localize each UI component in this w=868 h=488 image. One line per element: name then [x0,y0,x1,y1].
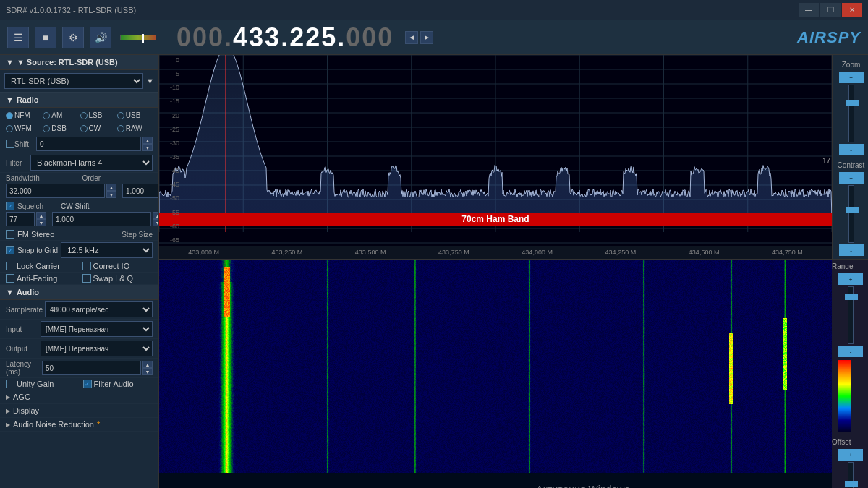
shift-down[interactable]: ▼ [142,144,153,151]
source-select[interactable]: RTL-SDR (USB) [4,73,143,89]
noise-expand-icon[interactable]: ▶ [6,421,10,428]
samplerate-select[interactable]: 48000 sample/sec [45,301,153,317]
cw-up[interactable]: ▲ [153,212,159,219]
cw-down[interactable]: ▼ [153,219,159,226]
lock-carrier-label: Lock Carrier [17,262,60,270]
bandwidth-up[interactable]: ▲ [106,184,116,191]
filter-label: Filter [6,159,27,167]
input-select[interactable]: [MME] Переназнач [41,321,153,337]
display-row[interactable]: ▶ Display [0,404,158,418]
filter-select[interactable]: Blackman-Harris 4 [30,155,153,171]
shift-up[interactable]: ▲ [142,137,153,144]
volume-control [120,35,156,40]
cw-label: CW [89,124,101,132]
freq-433000: 433,000 M [162,249,245,256]
radio-section-header[interactable]: ▼ Radio [0,93,158,108]
output-select[interactable]: [MME] Переназнач [41,341,153,356]
anti-fading-checkbox[interactable] [6,274,14,283]
mode-am[interactable]: AM [43,111,78,119]
bandwidth-down[interactable]: ▼ [106,191,116,198]
contrast-up-button[interactable]: + [839,172,864,184]
contrast-slider: + - [839,172,864,256]
mode-raw[interactable]: RAW [117,124,153,132]
antifade-swap-row: Anti-Fading Swap I & Q [0,273,158,285]
shift-spinner: ▲ ▼ [142,137,153,151]
shift-input[interactable] [36,137,141,151]
contrast-track[interactable] [848,185,854,243]
contrast-thumb[interactable] [846,207,859,213]
freq-down-button[interactable]: ◄ [405,31,418,44]
range-track[interactable] [848,286,854,344]
zoom-up-button[interactable]: + [839,72,864,83]
bandwidth-spinner: ▲ ▼ [106,184,116,198]
filter-audio-checkbox[interactable]: ✓ [83,380,92,388]
swap-iq-label: Swap I & Q [93,274,134,283]
mode-dsb[interactable]: DSB [43,124,78,132]
range-thumb[interactable] [845,294,858,300]
source-section-header[interactable]: ▼ ▼ Source: RTL-SDR (USB) [0,55,158,70]
usb-label: USB [126,111,141,119]
zoom-thumb[interactable] [846,100,859,106]
freq-434000: 434,000 M [495,249,579,256]
swap-iq-checkbox[interactable] [82,274,91,283]
lock-carrier-checkbox[interactable] [6,262,14,270]
window-title: SDR# v1.0.0.1732 - RTL-SDR (USB) [6,6,799,14]
correct-iq-checkbox[interactable] [82,262,91,270]
unity-gain-label: Unity Gain [17,380,54,388]
agc-label: AGC [13,393,30,401]
order-input[interactable] [122,184,159,198]
step-size-label: Step Size [122,231,153,239]
right-area: 70cm Ham Band 0 -5 -10 -15 -20 -25 -30 -… [159,55,868,488]
latency-input[interactable] [42,361,141,375]
noise-reduction-row[interactable]: ▶ Audio Noise Reduction * [0,418,158,432]
filter-audio-label: Filter Audio [94,380,134,388]
bandwidth-header: Bandwidth [6,174,77,182]
squelch-down[interactable]: ▼ [36,219,46,226]
mode-nfm[interactable]: NFM [6,111,41,119]
audio-section-header[interactable]: ▼ Audio [0,285,158,300]
mode-wfm[interactable]: WFM [6,124,41,132]
offset-thumb[interactable] [845,481,858,487]
db-0: 0 [159,56,181,64]
mode-cw[interactable]: CW [80,124,116,132]
unity-gain-checkbox[interactable] [6,380,14,388]
display-expand-icon[interactable]: ▶ [6,408,10,414]
range-up-button[interactable]: + [838,273,863,285]
squelch-checkbox[interactable]: ✓ [6,202,14,210]
snap-checkbox[interactable]: ✓ [6,246,14,254]
minimize-button[interactable]: — [799,3,819,17]
offset-track[interactable] [848,462,854,488]
latency-down[interactable]: ▼ [142,368,153,375]
nfm-label: NFM [14,111,30,119]
offset-up-button[interactable]: + [838,449,863,461]
db-25: -25 [159,126,181,133]
latency-up[interactable]: ▲ [142,361,153,368]
contrast-down-button[interactable]: - [839,244,864,256]
audio-button[interactable]: 🔊 [90,27,111,48]
zoom-down-button[interactable]: - [839,144,864,155]
restore-button[interactable]: ❐ [820,3,841,17]
agc-expand-icon[interactable]: ▶ [6,394,10,401]
squelch-value-input[interactable] [6,212,35,226]
mode-usb[interactable]: USB [117,111,153,119]
stop-button[interactable]: ■ [35,27,56,48]
range-down-button[interactable]: - [838,346,863,357]
shift-checkbox[interactable] [6,140,14,148]
settings-button[interactable]: ⚙ [62,27,84,48]
agc-row[interactable]: ▶ AGC [0,390,158,404]
am-label: AM [51,111,62,119]
bandwidth-input[interactable] [6,184,105,198]
volume-bar[interactable] [120,35,156,40]
fm-step-row: FM Stereo Step Size [0,228,158,241]
menu-button[interactable]: ☰ [7,27,29,48]
freq-up-button[interactable]: ► [420,31,433,44]
close-button[interactable]: ✕ [842,3,862,17]
squelch-up[interactable]: ▲ [36,212,46,219]
snap-select[interactable]: 12.5 kHz [61,242,153,258]
zoom-track[interactable] [848,85,854,142]
range-label: Range [832,262,868,270]
cw-shift-input[interactable] [52,212,151,226]
mode-lsb[interactable]: LSB [80,111,116,119]
fm-stereo-checkbox[interactable] [6,230,14,239]
mode-row-2: WFM DSB CW RAW [0,123,158,135]
